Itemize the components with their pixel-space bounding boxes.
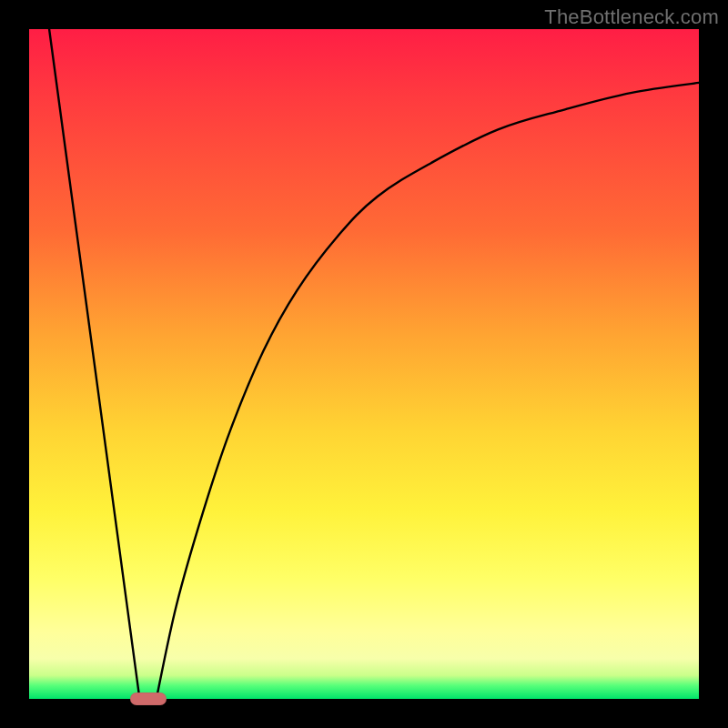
chart-curve-svg [29, 29, 699, 699]
chart-minimum-marker [130, 693, 167, 705]
chart-frame: TheBottleneck.com [0, 0, 728, 728]
chart-plot-area [29, 29, 699, 699]
watermark-text: TheBottleneck.com [544, 5, 719, 29]
chart-curve-path [49, 29, 699, 699]
